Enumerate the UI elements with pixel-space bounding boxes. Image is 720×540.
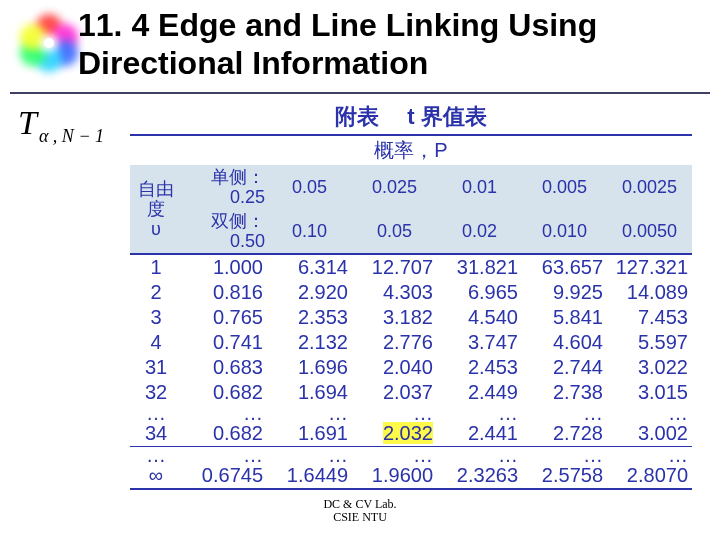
table-row: 320.6821.6942.0372.4492.7383.015 [130, 380, 692, 405]
value-cell: 4.604 [522, 330, 607, 355]
table-row: 30.7652.3533.1824.5405.8417.453 [130, 305, 692, 330]
value-cell: 63.657 [522, 254, 607, 280]
df-cell: 2 [130, 280, 182, 305]
df-header: 自由度 υ [130, 165, 182, 254]
value-cell: 2.920 [267, 280, 352, 305]
df-cell: 31 [130, 355, 182, 380]
value-cell: 0.816 [182, 280, 267, 305]
value-cell: 0.765 [182, 305, 267, 330]
table-caption: 附表t 界值表 [130, 102, 692, 136]
ellipsis-row-1: … ……………… [130, 405, 692, 421]
table-row: 40.7412.1322.7763.7474.6045.597 [130, 330, 692, 355]
value-cell-highlight: 2.032 [352, 421, 437, 447]
value-cell: 2.5758 [522, 463, 607, 489]
df-cell: ∞ [130, 463, 182, 489]
value-cell: 1.9600 [352, 463, 437, 489]
value-cell: 127.321 [607, 254, 692, 280]
t-value-table: 自由度 υ 单侧：0.25 0.05 0.025 0.01 0.005 0.00… [130, 165, 692, 490]
t-table: 附表t 界值表 概率，P 自由度 υ 单侧：0.25 0.05 0.025 0.… [130, 102, 692, 490]
value-cell: 3.747 [437, 330, 522, 355]
alpha-one-2: 0.025 [352, 165, 437, 209]
value-cell: 6.965 [437, 280, 522, 305]
one-sided-label: 单侧：0.25 [182, 165, 267, 209]
footer: DC & CV Lab. CSIE NTU [0, 498, 720, 524]
df-label-bottom: υ [151, 219, 161, 239]
value-cell: 1.000 [182, 254, 267, 280]
df-cell: 4 [130, 330, 182, 355]
value-cell: 5.841 [522, 305, 607, 330]
formula-base: T [18, 104, 37, 141]
slide: 11. 4 Edge and Line Linking Using Direct… [0, 0, 720, 540]
value-cell: 1.6449 [267, 463, 352, 489]
value-cell: 4.303 [352, 280, 437, 305]
value-cell: 2.132 [267, 330, 352, 355]
value-cell: 2.8070 [607, 463, 692, 489]
alpha-two-1: 0.10 [267, 209, 352, 254]
value-cell: 7.453 [607, 305, 692, 330]
alpha-two-5: 0.0050 [607, 209, 692, 254]
value-cell: 2.453 [437, 355, 522, 380]
two-sided-label: 双侧：0.50 [182, 209, 267, 254]
formula-subscript: α , N − 1 [37, 126, 104, 146]
table-row: 11.0006.31412.70731.82163.657127.321 [130, 254, 692, 280]
value-cell: 2.3263 [437, 463, 522, 489]
value-cell: 2.776 [352, 330, 437, 355]
value-cell: 0.683 [182, 355, 267, 380]
ellipsis-row-2: … ……………… [130, 447, 692, 464]
caption-left: 附表 [335, 104, 379, 129]
row-34: 34 0.682 1.691 2.032 2.441 2.728 3.002 [130, 421, 692, 447]
alpha-one-sided-row: 自由度 υ 单侧：0.25 0.05 0.025 0.01 0.005 0.00… [130, 165, 692, 209]
value-cell: 1.696 [267, 355, 352, 380]
alpha-one-4: 0.005 [522, 165, 607, 209]
value-cell: 0.741 [182, 330, 267, 355]
rainbow-bullet-icon [20, 14, 76, 70]
table-row: 20.8162.9204.3036.9659.92514.089 [130, 280, 692, 305]
value-cell: 6.314 [267, 254, 352, 280]
alpha-two-3: 0.02 [437, 209, 522, 254]
alpha-one-1: 0.05 [267, 165, 352, 209]
value-cell: 0.682 [182, 421, 267, 447]
value-cell: 3.002 [607, 421, 692, 447]
title-underline [10, 92, 710, 94]
value-cell: 9.925 [522, 280, 607, 305]
probability-label: 概率，P [130, 136, 692, 165]
alpha-one-3: 0.01 [437, 165, 522, 209]
footer-line-2: CSIE NTU [0, 511, 720, 524]
t-alpha-formula: Tα , N − 1 [18, 104, 104, 147]
value-cell: 3.022 [607, 355, 692, 380]
alpha-two-4: 0.010 [522, 209, 607, 254]
df-label-top: 自由度 [138, 179, 174, 219]
df-cell: 1 [130, 254, 182, 280]
df-cell: 34 [130, 421, 182, 447]
value-cell: 2.441 [437, 421, 522, 447]
table-row: 310.6831.6962.0402.4532.7443.022 [130, 355, 692, 380]
value-cell: 2.353 [267, 305, 352, 330]
alpha-two-2: 0.05 [352, 209, 437, 254]
value-cell: 1.691 [267, 421, 352, 447]
value-cell: 31.821 [437, 254, 522, 280]
alpha-one-5: 0.0025 [607, 165, 692, 209]
value-cell: 2.728 [522, 421, 607, 447]
value-cell: 14.089 [607, 280, 692, 305]
value-cell: 5.597 [607, 330, 692, 355]
alpha-two-sided-row: 双侧：0.50 0.10 0.05 0.02 0.010 0.0050 [130, 209, 692, 254]
value-cell: 2.040 [352, 355, 437, 380]
slide-title: 11. 4 Edge and Line Linking Using Direct… [78, 6, 712, 82]
value-cell: 2.744 [522, 355, 607, 380]
row-infinity: ∞ 0.6745 1.6449 1.9600 2.3263 2.5758 2.8… [130, 463, 692, 489]
value-cell: 3.182 [352, 305, 437, 330]
value-cell: 12.707 [352, 254, 437, 280]
value-cell: 0.6745 [182, 463, 267, 489]
caption-right: t 界值表 [407, 104, 486, 129]
df-cell: 3 [130, 305, 182, 330]
value-cell: 4.540 [437, 305, 522, 330]
